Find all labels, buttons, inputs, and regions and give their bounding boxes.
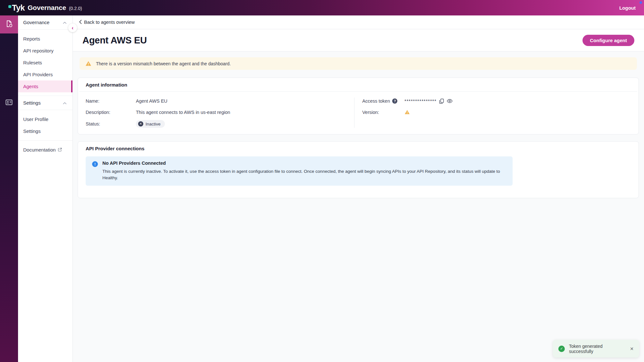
status-label: Status: [86, 121, 136, 126]
sidebar-item-label: API repository [23, 48, 53, 53]
toast-notification: ✓ Token generated successfully ✕ [553, 340, 639, 357]
page-content: There is a version mismatch between the … [73, 51, 644, 198]
tyk-logo: Tyk [8, 4, 25, 12]
sidebar-item-label: Reports [23, 36, 40, 42]
agent-information-card: Agent information Name: Agent AWS EU Des… [78, 78, 639, 135]
governance-items: Reports API repository Rulesets API Prov… [18, 30, 72, 96]
notification-dot [639, 1, 642, 4]
back-link[interactable]: Back to agents overview [73, 15, 644, 29]
brand-name: Tyk [12, 4, 25, 12]
eye-icon[interactable] [447, 99, 453, 103]
main-area: Back to agents overview Agent AWS EU Con… [73, 15, 644, 362]
description-row: Description: This agent connects to AWS … [86, 109, 354, 116]
version-label: (0.2.0) [69, 6, 82, 11]
top-bar: Tyk Governance (0.2.0) Logout [0, 0, 644, 15]
sidebar-item-label: Agents [23, 84, 38, 89]
access-token-label-text: Access token [362, 98, 390, 104]
external-link-icon [58, 147, 62, 153]
settings-items: User Profile Settings [18, 110, 72, 140]
documentation-group: Documentation [18, 141, 72, 159]
version-warning-icon[interactable] [404, 110, 411, 115]
page-header: Agent AWS EU Configure agent [73, 29, 644, 51]
name-value: Agent AWS EU [136, 98, 167, 104]
sidebar-item-rulesets[interactable]: Rulesets [18, 57, 72, 69]
version-row: Version: [362, 109, 631, 116]
status-badge-label: Inactive [146, 122, 161, 126]
sidebar-section-label: Settings [23, 100, 41, 106]
success-check-icon: ✓ [558, 346, 565, 352]
status-badge: ✕ Inactive [136, 120, 165, 128]
inactive-x-icon: ✕ [138, 121, 143, 126]
access-token-masked-value: *************** [404, 98, 437, 104]
name-label: Name: [86, 98, 136, 104]
info-icon: ! [92, 161, 98, 167]
chevron-up-icon [63, 20, 67, 25]
version-label: Version: [362, 110, 404, 115]
sidebar-item-label: Documentation [23, 147, 56, 153]
tyk-logo-dot-icon [8, 5, 11, 8]
warning-icon [85, 61, 91, 66]
banner-text: There is a version mismatch between the … [96, 61, 231, 66]
rail-item-governance[interactable] [0, 15, 18, 33]
sidebar-item-api-providers[interactable]: API Providers [18, 69, 72, 80]
infobox-description: This agent is currently inactive. To act… [102, 168, 506, 181]
rail-item-profile[interactable] [0, 98, 18, 107]
contact-card-icon [5, 98, 13, 107]
sidebar-item-label: API Providers [23, 72, 53, 77]
sidebar-item-agents[interactable]: Agents [18, 80, 72, 92]
api-provider-connections-card: API Provider connections ! No API Provid… [78, 141, 639, 198]
agent-info-grid: Name: Agent AWS EU Description: This age… [78, 92, 639, 134]
toast-message: Token generated successfully [569, 344, 626, 354]
sidebar-item-user-profile[interactable]: User Profile [18, 113, 72, 125]
chevron-left-icon [79, 20, 82, 25]
logout-button[interactable]: Logout [619, 5, 636, 11]
configure-agent-button[interactable]: Configure agent [582, 35, 634, 46]
icon-rail [0, 15, 18, 362]
access-token-row: Access token ? *************** [362, 97, 631, 105]
sidebar-item-settings[interactable]: Settings [18, 125, 72, 137]
name-row: Name: Agent AWS EU [86, 97, 354, 105]
chevron-left-icon: ‹ [72, 25, 73, 31]
agent-info-right-column: Access token ? *************** [354, 97, 631, 128]
card-header: API Provider connections [78, 142, 639, 155]
access-token-label: Access token ? [362, 98, 404, 104]
document-shield-icon [5, 20, 13, 29]
sidebar-item-reports[interactable]: Reports [18, 33, 72, 45]
card-title: API Provider connections [86, 146, 145, 151]
back-link-label: Back to agents overview [84, 20, 135, 25]
page-title: Agent AWS EU [82, 35, 147, 46]
status-row: Status: ✕ Inactive [86, 120, 354, 128]
sidebar-item-label: Settings [23, 128, 41, 134]
sidebar-item-label: Rulesets [23, 60, 42, 65]
card-header: Agent information [78, 78, 639, 91]
toast-close-icon[interactable]: ✕ [630, 346, 634, 351]
agent-info-left-column: Name: Agent AWS EU Description: This age… [86, 97, 354, 128]
sidebar: Governance Reports API repository Rulese… [18, 15, 73, 362]
infobox-title: No API Providers Connected [102, 161, 506, 166]
version-mismatch-banner: There is a version mismatch between the … [80, 57, 637, 70]
no-providers-infobox: ! No API Providers Connected This agent … [86, 156, 513, 186]
chevron-up-icon [63, 100, 67, 106]
sidebar-item-api-repository[interactable]: API repository [18, 45, 72, 57]
sidebar-section-governance[interactable]: Governance [18, 15, 72, 30]
card-title: Agent information [86, 82, 127, 88]
product-name: Governance [28, 4, 66, 12]
sidebar-section-label: Governance [23, 20, 50, 25]
copy-icon[interactable] [439, 98, 444, 104]
infobox-content: No API Providers Connected This agent is… [102, 161, 506, 181]
description-label: Description: [86, 110, 136, 115]
sidebar-item-documentation[interactable]: Documentation [18, 144, 72, 156]
sidebar-item-label: User Profile [23, 116, 48, 122]
sidebar-section-settings[interactable]: Settings [18, 96, 72, 110]
help-icon[interactable]: ? [392, 98, 397, 104]
sidebar-collapse-button[interactable]: ‹ [68, 23, 77, 32]
description-value: This agent connects to AWS in us-east re… [136, 110, 230, 115]
